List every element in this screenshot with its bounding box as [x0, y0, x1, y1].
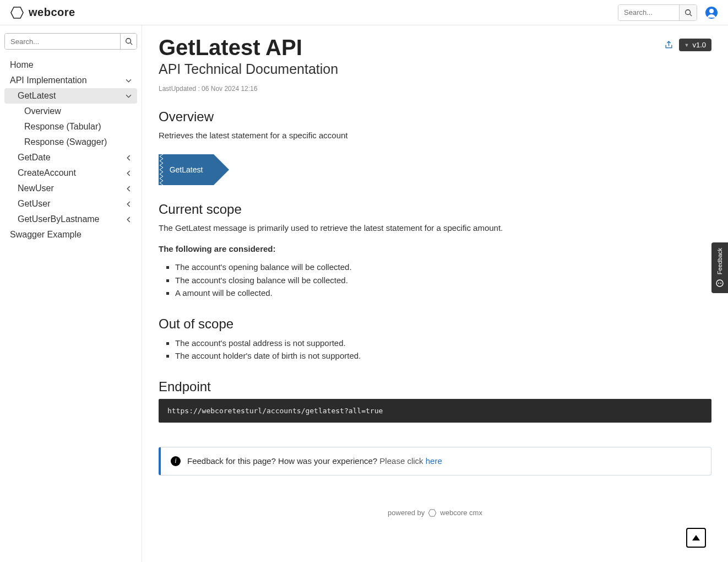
feedback-link[interactable]: here	[426, 456, 442, 466]
layout: HomeAPI ImplementationGetLatestOverviewR…	[0, 25, 728, 562]
list-item: The account's postal address is not supp…	[175, 337, 711, 350]
footer: powered by webcore cmx	[159, 509, 711, 517]
sidebar-item-label: Response (Tabular)	[24, 122, 101, 132]
brand[interactable]: webcore	[10, 6, 75, 20]
out-list: The account's postal address is not supp…	[159, 337, 711, 363]
sidebar-item-getuser[interactable]: GetUser	[4, 196, 137, 212]
endpoint-heading: Endpoint	[159, 379, 711, 395]
footer-text: powered by	[388, 509, 425, 517]
sidebar-item-label: GetLatest	[18, 91, 56, 101]
brand-name: webcore	[29, 6, 75, 19]
hexagon-logo-icon	[428, 509, 437, 517]
scope-list-intro: The following are considered:	[159, 244, 276, 253]
sidebar-item-label: Response (Swagger)	[24, 137, 107, 147]
feedback-tab[interactable]: Feedback	[711, 242, 728, 293]
svg-point-8	[716, 280, 723, 287]
scope-text: The GetLatest message is primarily used …	[159, 221, 711, 235]
svg-marker-11	[692, 535, 700, 541]
sidebar-item-getuserbylastname[interactable]: GetUserByLastname	[4, 212, 137, 227]
page-header: GetLatest API API Technical Documentatio…	[159, 35, 711, 93]
feedback-callout: i Feedback for this page? How was your e…	[159, 447, 711, 475]
page-subtitle: API Technical Documentation	[159, 61, 338, 77]
list-item: A amount will be collected.	[175, 287, 711, 300]
sidebar-item-label: GetUser	[18, 199, 51, 209]
overview-text: Retrieves the latest statement for a spe…	[159, 129, 711, 142]
sidebar-search-button[interactable]	[120, 34, 137, 49]
triangle-up-icon	[692, 534, 700, 541]
overview-heading: Overview	[159, 109, 711, 125]
sidebar-item-home[interactable]: Home	[4, 57, 137, 73]
endpoint-section: Endpoint https://webcoretesturl/accounts…	[159, 379, 711, 423]
search-icon	[125, 37, 133, 45]
scope-heading: Current scope	[159, 202, 711, 217]
chat-icon	[715, 279, 724, 288]
chevron-down-icon	[126, 93, 132, 99]
sidebar-item-api-implementation[interactable]: API Implementation	[4, 73, 137, 88]
sidebar-item-label: GetUserByLastname	[18, 214, 100, 224]
chevron-left-icon	[126, 186, 132, 192]
endpoint-code: https://webcoretesturl/accounts/getlates…	[159, 399, 711, 423]
scope-list: The account's opening balance will be co…	[159, 261, 711, 300]
api-tag: GetLatest	[159, 154, 214, 185]
zigzag-edge-icon	[159, 154, 163, 185]
svg-line-6	[130, 43, 132, 45]
page-title: GetLatest API	[159, 35, 338, 60]
top-search	[618, 4, 697, 21]
caret-down-icon: ▼	[684, 42, 689, 48]
svg-line-2	[689, 14, 692, 16]
sidebar-item-newuser[interactable]: NewUser	[4, 181, 137, 196]
svg-point-4	[709, 9, 714, 13]
list-item: The account's opening balance will be co…	[175, 261, 711, 274]
search-icon	[684, 9, 692, 17]
chevron-down-icon	[126, 78, 132, 84]
hexagon-logo-icon	[10, 6, 24, 20]
sidebar-item-response-tabular-[interactable]: Response (Tabular)	[4, 119, 137, 134]
scope-section: Current scope The GetLatest message is p…	[159, 202, 711, 300]
top-search-button[interactable]	[679, 5, 697, 20]
sidebar-item-createaccount[interactable]: CreateAccount	[4, 165, 137, 181]
sidebar-item-label: Overview	[24, 106, 61, 116]
sidebar-item-response-swagger-[interactable]: Response (Swagger)	[4, 134, 137, 150]
feedback-tab-label: Feedback	[716, 248, 723, 274]
feedback-text: Feedback for this page? How was your exp…	[187, 456, 442, 466]
chevron-left-icon	[126, 170, 132, 176]
info-icon: i	[171, 456, 181, 466]
sidebar-item-label: CreateAccount	[18, 168, 76, 178]
list-item: The account holder's date of birth is no…	[175, 350, 711, 363]
topbar: webcore	[0, 0, 728, 25]
sidebar-item-label: API Implementation	[10, 75, 87, 85]
svg-point-10	[720, 283, 721, 284]
sidebar-nav: HomeAPI ImplementationGetLatestOverviewR…	[4, 57, 137, 242]
share-icon[interactable]	[664, 40, 673, 50]
sidebar-search-input[interactable]	[5, 34, 120, 49]
out-of-scope-section: Out of scope The account's postal addres…	[159, 316, 711, 363]
scroll-to-top-button[interactable]	[686, 528, 706, 548]
page-actions: ▼ v1.0	[664, 39, 712, 51]
out-heading: Out of scope	[159, 316, 711, 332]
sidebar-item-getlatest[interactable]: GetLatest	[4, 88, 137, 104]
overview-section: Overview Retrieves the latest statement …	[159, 109, 711, 185]
api-tag-label: GetLatest	[170, 165, 203, 174]
chevron-left-icon	[126, 155, 132, 161]
svg-point-9	[718, 283, 719, 284]
sidebar-item-getdate[interactable]: GetDate	[4, 150, 137, 165]
sidebar-item-overview[interactable]: Overview	[4, 104, 137, 119]
list-item: The account's closing balance will be co…	[175, 274, 711, 287]
top-search-input[interactable]	[618, 5, 679, 20]
svg-marker-7	[429, 509, 437, 516]
sidebar-item-label: NewUser	[18, 183, 54, 193]
last-updated: LastUpdated : 06 Nov 2024 12:16	[159, 85, 338, 93]
chevron-left-icon	[126, 217, 132, 223]
sidebar-item-swagger-example[interactable]: Swagger Example	[4, 227, 137, 242]
sidebar-item-label: Swagger Example	[10, 230, 82, 240]
sidebar-search	[4, 33, 137, 50]
account-icon[interactable]	[705, 6, 718, 19]
chevron-left-icon	[126, 201, 132, 207]
sidebar-item-label: Home	[10, 60, 34, 70]
footer-brand: webcore cmx	[440, 509, 482, 517]
version-dropdown[interactable]: ▼ v1.0	[679, 39, 712, 51]
svg-point-5	[126, 39, 131, 44]
svg-marker-0	[11, 7, 23, 18]
svg-point-1	[685, 9, 690, 14]
topbar-right	[618, 4, 718, 21]
